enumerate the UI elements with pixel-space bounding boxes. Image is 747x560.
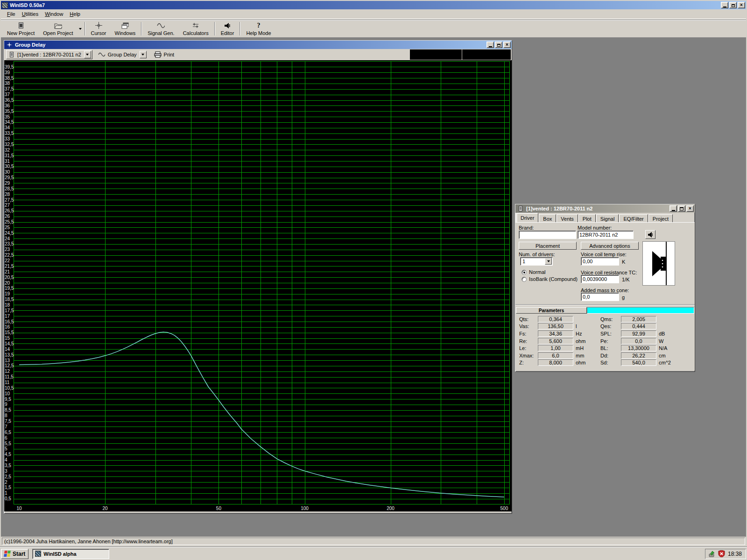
svg-text:34,5: 34,5	[5, 119, 14, 125]
tab-signal[interactable]: Signal	[596, 214, 619, 222]
svg-text:6: 6	[5, 435, 7, 441]
svg-text:37: 37	[5, 92, 10, 97]
menu-help[interactable]: Help	[66, 10, 84, 18]
svg-text:50: 50	[216, 506, 222, 511]
close-button[interactable]: ×	[738, 2, 745, 8]
param-value: 8,000	[538, 359, 573, 366]
radio-isobarik-label: IsoBarik (Compound)	[529, 276, 578, 282]
brand-input[interactable]	[519, 231, 576, 239]
group-delay-chart: 0,511,522,533,544,555,566,577,588,599,51…	[4, 60, 511, 511]
driver-diagram-image	[642, 241, 675, 286]
start-button[interactable]: Start	[1, 549, 28, 559]
tab-project[interactable]: Project	[648, 214, 673, 222]
gd-close-button[interactable]: ×	[503, 42, 511, 48]
open-project-dropdown[interactable]	[78, 21, 83, 37]
status-bar: (c)1996-2004 Juha Hartikainen, Janne Aho…	[1, 537, 746, 546]
open-project-button[interactable]: Open Project	[39, 21, 77, 37]
windows-button[interactable]: Windows	[111, 21, 140, 37]
driver-database-button[interactable]	[645, 230, 655, 239]
gd-restore-button[interactable]	[495, 42, 502, 48]
svg-text:14: 14	[5, 347, 10, 352]
cursor-icon	[95, 22, 103, 29]
drv-minimize-button[interactable]	[669, 205, 677, 212]
tab-eq-filter[interactable]: EQ/Filter	[619, 214, 648, 222]
menu-window[interactable]: Window	[42, 10, 66, 18]
svg-text:1,5: 1,5	[5, 485, 11, 490]
svg-text:0,5: 0,5	[5, 496, 11, 501]
added-mass-input[interactable]	[581, 293, 619, 301]
svg-text:16: 16	[5, 324, 10, 329]
num-drivers-combo[interactable]: 1	[520, 257, 553, 266]
param-value: 92,99	[621, 330, 656, 337]
svg-text:1: 1	[5, 490, 7, 496]
project-selector-dropdown[interactable]	[84, 51, 91, 58]
svg-text:9: 9	[5, 402, 7, 407]
svg-text:12: 12	[5, 369, 10, 374]
advanced-options-button[interactable]: Advanced options	[581, 242, 639, 250]
svg-text:3: 3	[5, 469, 7, 474]
radio-normal-circle[interactable]	[521, 270, 527, 275]
model-number-input[interactable]	[578, 231, 634, 239]
tab-box[interactable]: Box	[539, 214, 556, 222]
safely-remove-hardware-icon[interactable]	[708, 551, 715, 557]
plot-type-selector[interactable]: Group Delay	[96, 50, 148, 59]
plot-type-dropdown[interactable]	[140, 51, 147, 58]
menu-file[interactable]: File	[4, 10, 19, 18]
help-mode-button[interactable]: ?Help Mode	[242, 21, 275, 37]
svg-text:32: 32	[5, 147, 10, 153]
signal-gen--button[interactable]: Signal Gen.	[143, 21, 178, 37]
svg-text:11,5: 11,5	[5, 374, 14, 379]
taskbar-task-winisd[interactable]: WinISD alpha	[32, 549, 109, 559]
tab-vents[interactable]: Vents	[557, 214, 578, 222]
system-tray: 18:38	[705, 549, 746, 559]
restore-button[interactable]	[729, 2, 737, 8]
minimize-button[interactable]	[721, 2, 728, 8]
sine-icon	[98, 51, 106, 58]
radio-normal[interactable]: Normal	[521, 269, 545, 275]
svg-text:19,5: 19,5	[5, 286, 14, 291]
vc-temp-input[interactable]	[581, 257, 619, 266]
param-unit: ohm	[573, 338, 600, 344]
svg-text:20: 20	[5, 280, 10, 286]
svg-text:24: 24	[5, 236, 10, 241]
vc-res-input[interactable]	[581, 275, 619, 283]
group-delay-title: Group Delay	[15, 42, 486, 48]
project-selector[interactable]: [1]vented : 12BR70-2011 n2	[6, 50, 92, 59]
num-drivers-dropdown[interactable]	[545, 258, 552, 265]
placement-button[interactable]: Placement	[519, 242, 577, 250]
svg-text:10: 10	[16, 506, 22, 511]
param-value: 34,36	[538, 330, 573, 337]
svg-text:25,5: 25,5	[5, 219, 14, 224]
svg-text:3,5: 3,5	[5, 463, 11, 468]
driver-tabs: DriverBoxVentsPlotSignalEQ/FilterProject	[515, 213, 695, 222]
editor-button[interactable]: Editor	[217, 21, 239, 37]
drv-maximize-button[interactable]	[678, 205, 685, 212]
speaker-icon	[648, 232, 653, 238]
cursor-button[interactable]: Cursor	[87, 21, 111, 37]
parameters-header: Parameters	[515, 307, 695, 314]
driver-titlebar: [1]vented : 12BR70-2011 n2 ×	[515, 204, 695, 213]
param-label: Fs:	[519, 331, 538, 336]
drv-close-button[interactable]: ×	[686, 205, 694, 212]
svg-text:500: 500	[500, 506, 508, 511]
svg-text:32,5: 32,5	[5, 142, 14, 147]
security-alert-shield-icon[interactable]	[718, 550, 725, 557]
radio-isobarik[interactable]: IsoBarik (Compound)	[521, 276, 578, 282]
vc-temp-label: Voice coil temp rise:	[581, 252, 627, 257]
new-project-button[interactable]: New Project	[3, 21, 39, 37]
driver-window-icon	[516, 205, 524, 212]
print-icon	[154, 51, 162, 58]
calculators-button[interactable]: Calculators	[179, 21, 213, 37]
radio-isobarik-circle[interactable]	[521, 277, 527, 282]
svg-text:33,5: 33,5	[5, 131, 14, 136]
sine-icon	[157, 22, 165, 29]
param-label: Qms:	[600, 316, 621, 322]
tab-plot[interactable]: Plot	[578, 214, 596, 222]
gd-minimize-button[interactable]	[486, 42, 494, 48]
print-button[interactable]: Print	[152, 50, 176, 59]
tab-driver[interactable]: Driver	[516, 213, 538, 222]
parameters-title[interactable]: Parameters	[516, 307, 587, 314]
param-label: Z:	[519, 360, 538, 365]
taskbar-clock[interactable]: 18:38	[728, 551, 742, 557]
menu-utilities[interactable]: Utilities	[19, 10, 42, 18]
